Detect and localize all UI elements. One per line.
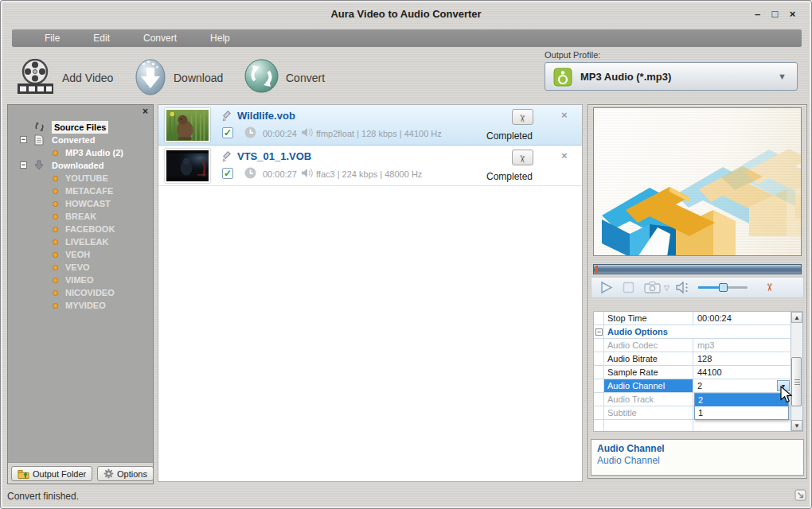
output-folder-button[interactable]: Output Folder — [11, 466, 92, 481]
maximize-button[interactable]: □ — [769, 8, 781, 20]
stop-button[interactable] — [623, 282, 634, 293]
sidebar-item-label: MP3 Audio (2) — [65, 146, 123, 159]
dropdown-option-1[interactable]: 1 — [695, 406, 788, 419]
volume-icon[interactable] — [676, 282, 692, 293]
slider-thumb[interactable] — [719, 283, 728, 292]
menu-file[interactable]: File — [28, 33, 76, 44]
window-title: Aura Video to Audio Converter — [1, 8, 811, 20]
sidebar-item-label: METACAFE — [65, 185, 113, 197]
sidebar-item-break[interactable]: BREAK — [8, 210, 153, 223]
sidebar-item-facebook[interactable]: FACEBOOK — [8, 223, 153, 235]
snapshot-menu-icon[interactable]: ▽ — [664, 284, 670, 292]
scroll-down-icon[interactable]: ▼ — [791, 420, 802, 431]
property-value[interactable]: 00:00:24 — [693, 312, 791, 324]
sidebar-item-youtube[interactable]: YOUTUBE — [8, 172, 153, 185]
property-row-stop-time[interactable]: Stop Time 00:00:24 — [594, 312, 791, 325]
remove-file-icon[interactable]: × — [561, 109, 568, 121]
rename-icon[interactable] — [222, 111, 233, 122]
remove-file-icon[interactable]: × — [561, 150, 568, 161]
close-button[interactable]: × — [787, 8, 798, 20]
property-label: Audio Codec — [604, 339, 693, 352]
output-profile-label: Output Profile: — [545, 50, 600, 60]
property-row-sample-rate[interactable]: Sample Rate 44100 — [594, 366, 791, 379]
convert-icon[interactable] — [244, 59, 279, 93]
sidebar-item-source-files[interactable]: Source Files — [8, 121, 153, 134]
app-window: Aura Video to Audio Converter – □ × File… — [0, 0, 812, 509]
rename-icon[interactable] — [222, 151, 233, 162]
sidebar-item-vimeo[interactable]: VIMEO — [8, 274, 153, 286]
row-indent — [594, 393, 604, 406]
sidebar-item-liveleak[interactable]: LIVELEAK — [8, 235, 153, 248]
file-row[interactable]: VTS_01_1.VOB ✓ 00:00:27 ffac3 | 224 kbps… — [158, 146, 582, 186]
bullet-icon — [53, 227, 58, 232]
add-video-button[interactable]: Add Video — [62, 72, 113, 84]
snapshot-button[interactable] — [644, 282, 661, 293]
volume-slider[interactable] — [698, 283, 748, 292]
row-indent: − — [594, 325, 604, 338]
sidebar-item-mp3-audio[interactable]: MP3 Audio (2) — [8, 146, 153, 159]
collapse-icon[interactable]: − — [20, 136, 27, 143]
add-video-icon[interactable] — [17, 59, 54, 95]
options-button[interactable]: Options — [97, 466, 154, 481]
convert-button[interactable]: Convert — [286, 72, 325, 84]
sidebar-item-label: BREAK — [65, 210, 96, 223]
play-button[interactable] — [599, 281, 613, 294]
file-checkbox[interactable]: ✓ — [222, 168, 233, 179]
seek-bar[interactable] — [593, 264, 802, 274]
property-value[interactable]: 2 ▼ — [693, 379, 791, 392]
folder-icon — [18, 469, 29, 479]
menu-edit[interactable]: Edit — [76, 33, 127, 44]
file-checkbox[interactable]: ✓ — [222, 127, 233, 138]
sidebar-item-label: VEOH — [65, 248, 90, 261]
clip-scissors-icon[interactable]: ✂ — [763, 283, 775, 292]
sidebar-item-veoh[interactable]: VEOH — [8, 248, 153, 261]
collapse-icon[interactable]: − — [595, 328, 603, 336]
minimize-button[interactable]: – — [751, 8, 763, 20]
property-value[interactable]: 128 — [693, 352, 791, 365]
property-section-audio-options[interactable]: − Audio Options — [594, 325, 791, 339]
download-button[interactable]: Download — [174, 72, 223, 84]
chevron-down-icon: ▼ — [778, 72, 787, 81]
playhead-marker[interactable] — [595, 266, 598, 273]
bullet-icon — [53, 176, 58, 181]
output-profile-dropdown[interactable]: MP3 Audio (*.mp3) ▼ — [545, 62, 798, 91]
trim-button[interactable]: ✂ — [512, 109, 533, 125]
menu-convert[interactable]: Convert — [127, 33, 193, 44]
scroll-up-icon[interactable]: ▲ — [791, 312, 802, 323]
scissors-icon: ✂ — [516, 114, 530, 122]
property-value[interactable]: 44100 — [693, 366, 791, 379]
sidebar-item-myvideo[interactable]: MYVIDEO — [8, 299, 153, 312]
sidebar-item-downloaded[interactable]: − Downloaded — [8, 159, 153, 172]
property-row-audio-codec: Audio Codec mp3 — [594, 339, 791, 352]
status-label: Completed — [474, 130, 545, 142]
sidebar-item-nicovideo[interactable]: NICOVIDEO — [8, 286, 153, 299]
output-folder-label: Output Folder — [33, 469, 86, 479]
row-indent — [594, 312, 604, 324]
sidebar-item-converted[interactable]: − Converted — [8, 134, 153, 146]
property-row-audio-bitrate[interactable]: Audio Bitrate 128 — [594, 352, 791, 366]
sidebar-item-howcast[interactable]: HOWCAST — [8, 197, 153, 210]
bullet-icon — [53, 214, 58, 220]
download-icon[interactable] — [135, 58, 166, 95]
bullet-icon — [53, 188, 58, 194]
menu-help[interactable]: Help — [193, 33, 247, 44]
property-description: Audio Channel Audio Channel — [591, 439, 804, 476]
refresh-icon — [34, 122, 45, 132]
sidebar-item-metacafe[interactable]: METACAFE — [8, 185, 153, 197]
grid-scrollbar[interactable]: ▲ ▼ — [791, 312, 802, 431]
file-row[interactable]: Wildlife.vob ✓ 00:00:24 ffmp2float | 128… — [158, 105, 582, 146]
trim-button[interactable]: ✂ — [512, 150, 533, 165]
status-label: Completed — [474, 171, 545, 182]
panel-close-icon[interactable]: × — [142, 106, 148, 117]
row-indent — [594, 339, 604, 352]
duration-label: 00:00:24 — [263, 129, 297, 138]
source-panel: × Source Files − — [7, 104, 154, 484]
dropdown-option-2[interactable]: 2 — [695, 394, 788, 406]
resize-grip[interactable] — [794, 489, 806, 501]
collapse-icon[interactable]: − — [20, 161, 27, 169]
bullet-icon — [53, 150, 58, 156]
property-row-audio-channel[interactable]: Audio Channel 2 ▼ — [594, 379, 791, 393]
sidebar-item-vevo[interactable]: VEVO — [8, 261, 153, 274]
sidebar-item-label: Converted — [52, 134, 95, 146]
sidebar-item-label: VEVO — [65, 261, 90, 274]
